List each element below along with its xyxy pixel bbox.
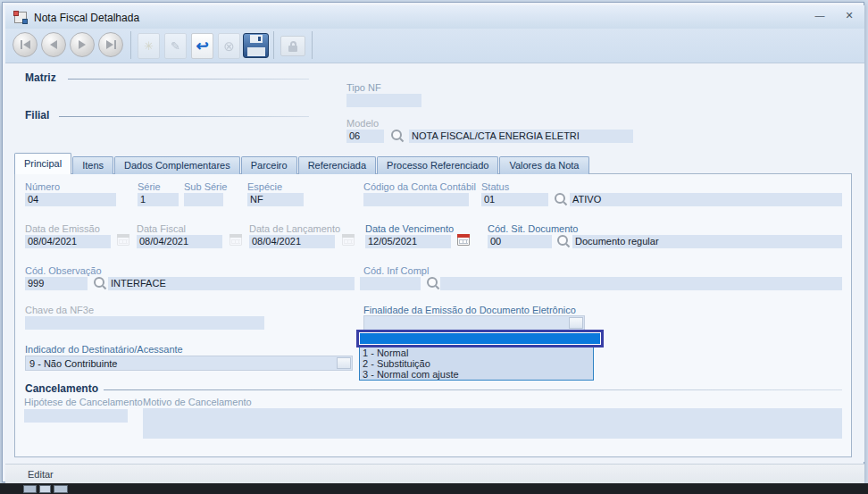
chave-nf3e-field[interactable]	[25, 316, 264, 330]
modelo-code-field[interactable]: 06	[346, 130, 384, 143]
cod-sit-documento-desc-field: Documento regular	[572, 235, 842, 248]
numero-field[interactable]: 04	[25, 193, 116, 206]
hipotese-cancelamento-label: Hipótese de Cancelamento	[24, 397, 143, 407]
finalidade-dropdown-list: 1 - Normal 2 - Substituição 3 - Normal c…	[359, 347, 594, 381]
modelo-label: Modelo	[346, 118, 379, 129]
cod-observacao-desc-field: INTERFACE	[108, 277, 355, 290]
modelo-desc-field: NOTA FISCAL/CTA ENERGIA ELETRI	[409, 130, 633, 143]
filial-section-title: Filial	[25, 109, 49, 121]
matriz-divider	[68, 79, 309, 80]
finalidade-combobox[interactable]	[363, 315, 585, 331]
save-icon[interactable]	[243, 33, 269, 58]
cancelamento-section-title: Cancelamento	[25, 382, 98, 395]
cod-inf-compl-desc-field	[440, 277, 842, 290]
status-code-field[interactable]: 01	[481, 193, 548, 206]
tab-referenciada[interactable]: Referenciada	[298, 156, 376, 174]
calendar-icon	[117, 234, 129, 246]
tab-dados-complementares[interactable]: Dados Complementares	[114, 156, 240, 174]
next-record-icon[interactable]	[70, 32, 95, 57]
statusbar: Editar	[5, 464, 864, 484]
serie-field[interactable]: 1	[138, 193, 179, 206]
cod-inf-compl-label: Cód. Inf Compl	[363, 265, 429, 276]
cancel-document-icon[interactable]: ⊗	[218, 33, 240, 59]
cod-observacao-code-field[interactable]: 999	[25, 277, 88, 290]
cod-observacao-search-icon[interactable]	[93, 276, 106, 289]
toolbar-separator	[130, 31, 131, 59]
data-lancamento-label: Data de Lançamento	[249, 223, 340, 234]
titlebar[interactable]: Nota Fiscal Detalhada — ✕	[5, 5, 864, 29]
tab-valores-da-nota[interactable]: Valores da Nota	[499, 156, 588, 174]
window-title: Nota Fiscal Detalhada	[34, 12, 139, 24]
data-vencimento-label: Data de Vencimento	[365, 223, 454, 234]
tab-principal[interactable]: Principal	[14, 153, 71, 174]
taskbar-item[interactable]	[54, 485, 68, 493]
previous-record-icon[interactable]	[41, 32, 66, 57]
calendar-icon[interactable]	[457, 234, 470, 246]
indicador-label: Indicador do Destinatário/Acessante	[25, 344, 183, 355]
cod-inf-compl-search-icon[interactable]	[426, 276, 439, 289]
chevron-down-icon[interactable]	[337, 357, 351, 369]
cod-sit-documento-label: Cód. Sit. Documento	[488, 223, 579, 234]
data-emissao-label: Data de Emissão	[25, 223, 100, 234]
cod-observacao-label: Cód. Observação	[25, 265, 102, 276]
toolbar: ✳ ✎ ↩ ⊗	[5, 29, 864, 63]
taskbar-item[interactable]	[23, 485, 37, 493]
conta-contabil-field[interactable]	[363, 193, 469, 206]
tab-itens[interactable]: Itens	[72, 156, 113, 174]
edit-document-icon[interactable]: ✎	[164, 33, 187, 59]
cod-sit-documento-search-icon[interactable]	[556, 234, 570, 247]
motivo-cancelamento-field[interactable]	[143, 408, 842, 439]
hipotese-cancelamento-field[interactable]	[24, 409, 128, 423]
data-emissao-field[interactable]: 08/04/2021	[25, 235, 111, 248]
finalidade-dropdown-highlighted-option[interactable]	[356, 330, 604, 347]
protect-lock-icon[interactable]	[280, 36, 305, 56]
matriz-section-title: Matriz	[25, 71, 56, 84]
app-icon	[14, 12, 27, 23]
conta-contabil-label: Código da Conta Contábil	[363, 181, 476, 192]
last-record-icon[interactable]	[98, 32, 123, 57]
toolbar-separator	[273, 31, 274, 59]
data-fiscal-label: Data Fiscal	[137, 223, 186, 234]
indicador-combobox[interactable]: 9 - Não Contribuinte	[25, 356, 353, 371]
numero-label: Número	[25, 181, 60, 192]
especie-label: Espécie	[247, 181, 282, 192]
new-document-icon[interactable]: ✳	[138, 33, 160, 59]
status-desc-field: ATIVO	[570, 193, 842, 206]
indicador-value: 9 - Não Contribuinte	[29, 358, 117, 369]
modelo-search-icon[interactable]	[390, 129, 404, 142]
chave-nf3e-label: Chave da NF3e	[25, 305, 94, 315]
sub-serie-field[interactable]	[184, 193, 223, 206]
calendar-icon	[342, 234, 355, 246]
first-record-icon[interactable]	[13, 32, 38, 57]
desktop: Nota Fiscal Detalhada — ✕ ✳ ✎ ↩ ⊗ Editar…	[0, 0, 868, 494]
status-search-icon[interactable]	[554, 192, 567, 205]
tab-processo-referenciado[interactable]: Processo Referenciado	[377, 156, 498, 174]
chevron-down-icon[interactable]	[569, 317, 583, 329]
dropdown-option-normal[interactable]: 1 - Normal	[360, 347, 593, 358]
especie-field[interactable]: NF	[247, 193, 304, 206]
filial-divider	[59, 116, 309, 117]
finalidade-label: Finalidade da Emissão do Documento Eletr…	[363, 305, 576, 315]
status-label: Status	[481, 181, 509, 192]
taskbar-item[interactable]	[39, 485, 51, 493]
sub-serie-label: Sub Série	[184, 181, 227, 192]
dropdown-option-normal-com-ajuste[interactable]: 3 - Normal com ajuste	[360, 369, 593, 380]
revert-document-icon[interactable]: ↩	[191, 33, 213, 59]
data-vencimento-field[interactable]: 12/05/2021	[365, 235, 451, 248]
toolbar-separator	[312, 31, 313, 59]
minimize-button[interactable]: —	[809, 10, 830, 24]
serie-label: Série	[138, 181, 161, 192]
calendar-icon	[230, 234, 242, 246]
dropdown-option-substituicao[interactable]: 2 - Substituição	[360, 358, 593, 369]
tipo-nf-field[interactable]	[346, 94, 421, 107]
tab-parceiro[interactable]: Parceiro	[241, 156, 297, 174]
tab-strip: Principal Itens Dados Complementares Par…	[14, 154, 590, 174]
motivo-cancelamento-label: Motivo de Cancelamento	[143, 397, 252, 407]
data-lancamento-field[interactable]: 08/04/2021	[249, 235, 335, 248]
status-mode-text: Editar	[28, 469, 54, 480]
cod-sit-documento-code-field[interactable]: 00	[488, 235, 552, 248]
close-button[interactable]: ✕	[839, 10, 860, 24]
data-fiscal-field[interactable]: 08/04/2021	[137, 235, 222, 248]
cod-inf-compl-code-field[interactable]	[360, 277, 421, 290]
cancelamento-divider	[104, 389, 842, 390]
